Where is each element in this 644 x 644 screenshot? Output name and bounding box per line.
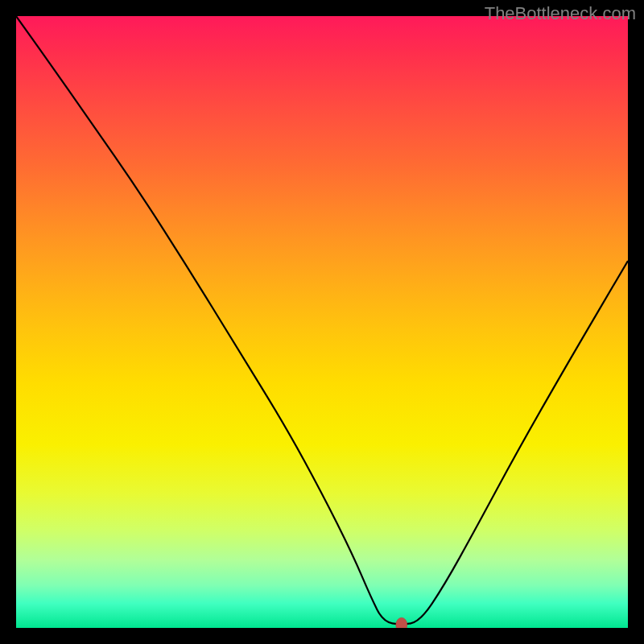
watermark-text: TheBottleneck.com bbox=[485, 3, 636, 24]
chart-svg bbox=[16, 16, 628, 628]
minimum-marker bbox=[396, 617, 407, 628]
plot-area bbox=[16, 16, 628, 628]
bottleneck-curve bbox=[16, 16, 628, 624]
